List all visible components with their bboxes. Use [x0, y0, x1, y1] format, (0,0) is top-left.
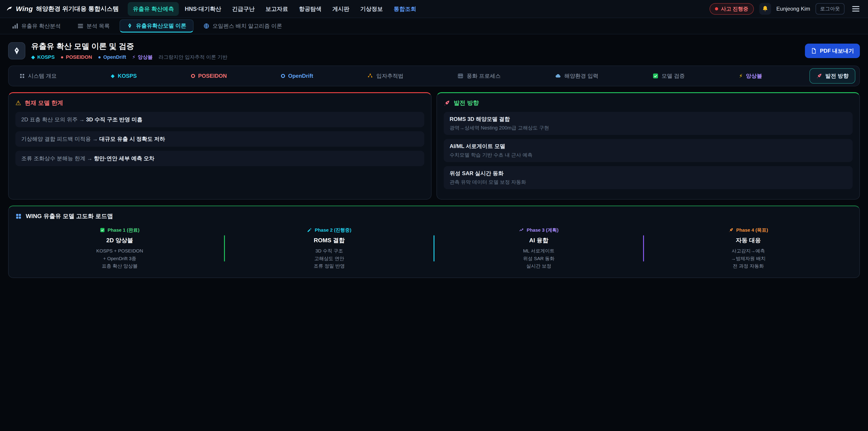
phase-name: 2D 앙상블	[20, 237, 219, 244]
section-item-ocean-environment-input[interactable]: 해양환경 입력	[548, 68, 605, 84]
brand-name: Wing	[16, 5, 33, 13]
menu-button[interactable]	[850, 3, 862, 15]
roadmap-phase-2: Phase 2 (진행중) ROMS 결합 3D 수직 구조 고해상도 연안 조…	[225, 227, 434, 270]
section-item-label: 앙상블	[746, 72, 762, 80]
app-title: 해양환경 위기대응 통합시스템	[36, 5, 119, 13]
phase-badge: Phase 3 (계획)	[439, 227, 639, 233]
phase-badge-label: Phase 4 (목표)	[736, 227, 768, 233]
incident-label: 사고 진행중	[721, 5, 748, 12]
limitation-item: 조류 조화상수 분해능 한계 → 항만·연안 세부 예측 오차	[16, 151, 424, 166]
section-item-future-direction[interactable]: 발전 방향	[809, 68, 855, 84]
page-icon	[8, 42, 25, 59]
bolt-icon: ⚡	[132, 54, 135, 60]
main-nav: 유출유 확산예측 HNS·대기확산 긴급구난 보고자료 항공탐색 게시판 기상정…	[128, 2, 421, 16]
grid-icon	[16, 213, 22, 219]
tab-label: 분석 목록	[87, 22, 110, 30]
notifications-button[interactable]	[759, 3, 771, 15]
phase-desc-line: KOSPS + POSEIDON	[20, 247, 219, 255]
limitation-highlight: 항만·연안 세부 예측 오차	[94, 155, 154, 161]
particles-icon	[367, 73, 373, 79]
pdf-export-button[interactable]: PDF 내보내기	[805, 43, 860, 58]
section-item-opendrift[interactable]: OpenDrift	[274, 69, 320, 83]
nav-item-air-search[interactable]: 항공탐색	[294, 2, 327, 16]
future-item: 위성 SAR 실시간 동화 관측 유막 데이터 모델 보정 자동화	[444, 166, 852, 189]
section-item-model-validation[interactable]: 모델 검증	[646, 68, 692, 84]
future-title-row: 발전 방향	[444, 99, 852, 107]
future-item-desc: 관측 유막 데이터 모델 보정 자동화	[450, 179, 847, 186]
nav-item-hns-atmosphere[interactable]: HNS·대기확산	[180, 2, 226, 16]
phase-badge-label: Phase 2 (진행중)	[315, 227, 351, 233]
future-item: ROMS 3D 해양모델 결합 광역→상세역 Nesting 200m급 고해상…	[444, 112, 852, 135]
ring-icon	[191, 74, 195, 78]
top-navigation-bar: Wing 해양환경 위기대응 통합시스템 유출유 확산예측 HNS·대기확산 긴…	[0, 0, 868, 18]
phase-desc-line: 전 과정 자동화	[649, 262, 848, 270]
model-badge-opendrift: ● OpenDrift	[98, 54, 126, 60]
nav-item-emergency-rescue[interactable]: 긴급구난	[227, 2, 260, 16]
roadmap-title-row: WING 유출유 모델 고도화 로드맵	[16, 212, 852, 220]
tab-analysis-list[interactable]: 분석 목록	[71, 20, 117, 33]
bell-icon	[762, 5, 769, 12]
nav-item-weather-info[interactable]: 기상정보	[355, 2, 388, 16]
model-badge-label: POSEIDON	[66, 54, 92, 60]
dot-icon: ●	[98, 54, 101, 60]
rocket-icon	[816, 73, 822, 79]
app-logo[interactable]: Wing 해양환경 위기대응 통합시스템	[6, 5, 119, 13]
section-item-system-overview[interactable]: 시스템 개요	[13, 68, 64, 84]
future-item-title: AI/ML 서로게이트 모델	[450, 143, 847, 150]
warning-icon: ⚠	[16, 100, 21, 106]
phase-badge-label: Phase 1 (완료)	[107, 227, 140, 233]
phase-desc-line: 사고감지→예측	[649, 247, 848, 255]
limitation-text: 조류 조화상수 분해능 한계 →	[21, 155, 94, 161]
phase-name: ROMS 결합	[229, 237, 429, 244]
roadmap-title: WING 유출유 모델 고도화 로드맵	[26, 212, 113, 220]
limitation-item: 2D 표층 확산 모의 위주 → 3D 수직 구조 반영 미흡	[16, 112, 424, 127]
roadmap-panel: WING 유출유 모델 고도화 로드맵 Phase 1 (완료) 2D 앙상블 …	[8, 206, 860, 278]
phase-desc-line: ML 서로게이트	[439, 247, 639, 255]
limitation-item: 기상해양 결합 피드백 미적용 → 대규모 유출 시 정확도 저하	[16, 131, 424, 147]
nav-item-reports[interactable]: 보고자료	[260, 2, 293, 16]
future-title: 발전 방향	[454, 99, 479, 107]
future-item-desc: 광역→상세역 Nesting 200m급 고해상도 구현	[450, 125, 847, 131]
tab-oil-fence-algorithm[interactable]: 오일펜스 배치 알고리즘 이론	[197, 20, 289, 33]
document-icon	[811, 48, 817, 54]
tab-spill-analysis[interactable]: 유출유 확산분석	[5, 20, 68, 33]
limitations-title-row: ⚠ 현재 모델 한계	[16, 99, 424, 107]
section-item-ensemble[interactable]: ⚡ 앙상블	[732, 68, 769, 84]
section-item-particle-tracking[interactable]: 입자추적법	[361, 68, 410, 84]
page-title: 유출유 확산 모델 이론 및 검증	[31, 41, 227, 52]
section-item-kosps[interactable]: ◆ KOSPS	[104, 69, 144, 83]
page-meta: ◆ KOSPS ● POSEIDON ● OpenDrift ⚡ 앙상블 라그랑…	[31, 54, 227, 61]
phase-name: AI 융합	[439, 237, 639, 244]
tab-spill-model-theory[interactable]: 유출유확산모델 이론	[120, 20, 193, 33]
current-model-limitations-panel: ⚠ 현재 모델 한계 2D 표층 확산 모의 위주 → 3D 수직 구조 반영 …	[8, 92, 432, 199]
logout-button[interactable]: 로그아웃	[815, 3, 844, 14]
phase-badge: Phase 4 (목표)	[649, 227, 848, 233]
nav-item-board[interactable]: 게시판	[328, 2, 354, 16]
ring-icon	[281, 74, 285, 78]
diamond-icon: ◆	[111, 73, 115, 79]
section-item-label: 모델 검증	[662, 72, 685, 80]
trend-chart-icon	[519, 227, 524, 233]
section-item-label: 발전 방향	[825, 72, 848, 80]
phase-desc-line: 3D 수직 구조	[229, 247, 429, 255]
section-item-weathering-process[interactable]: 풍화 프로세스	[451, 68, 507, 84]
section-item-poseidon[interactable]: POSEIDON	[184, 69, 234, 83]
phase-desc-line: 고해상도 연안	[229, 255, 429, 263]
section-item-label: POSEIDON	[198, 73, 227, 79]
nav-item-integrated-search[interactable]: 통합조회	[389, 2, 421, 16]
section-item-label: 입자추적법	[376, 72, 403, 80]
bolt-icon: ⚡	[739, 73, 743, 79]
limitation-highlight: 3D 수직 구조 반영 미흡	[86, 116, 143, 123]
phase-desc-line: + OpenDrift 3종	[20, 255, 219, 263]
rocket-icon	[444, 100, 450, 106]
limitation-text: 기상해양 결합 피드백 미적용 →	[21, 136, 99, 142]
check-square-icon	[653, 73, 658, 79]
incident-status-badge[interactable]: 사고 진행중	[710, 3, 754, 15]
wing-logo-icon	[6, 6, 13, 12]
model-badge-kosps: ◆ KOSPS	[31, 54, 55, 60]
section-item-label: OpenDrift	[288, 73, 313, 79]
nav-item-spill-prediction[interactable]: 유출유 확산예측	[128, 2, 179, 16]
model-badge-label: KOSPS	[37, 54, 55, 60]
tab-label: 유출유 확산분석	[21, 22, 61, 30]
table-icon	[458, 73, 463, 79]
